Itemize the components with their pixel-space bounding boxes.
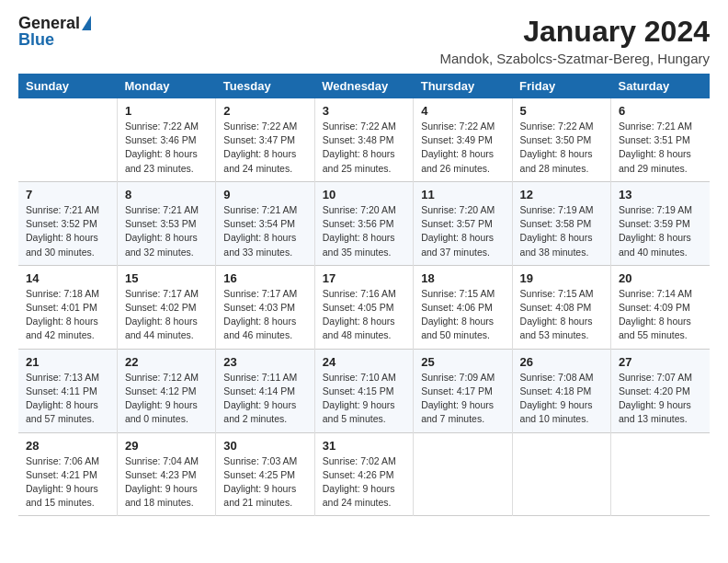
day-info: Sunrise: 7:22 AMSunset: 3:47 PMDaylight:… bbox=[223, 120, 306, 176]
day-number: 6 bbox=[619, 104, 702, 118]
day-number: 24 bbox=[323, 355, 405, 369]
day-number: 21 bbox=[26, 355, 109, 369]
header-saturday: Saturday bbox=[611, 74, 710, 98]
header-friday: Friday bbox=[512, 74, 610, 98]
day-number: 18 bbox=[421, 271, 504, 285]
day-number: 11 bbox=[421, 188, 504, 201]
calendar-cell: 28Sunrise: 7:06 AMSunset: 4:21 PMDayligh… bbox=[18, 432, 117, 516]
calendar-cell: 30Sunrise: 7:03 AMSunset: 4:25 PMDayligh… bbox=[216, 432, 314, 516]
day-info: Sunrise: 7:18 AMSunset: 4:01 PMDaylight:… bbox=[26, 287, 109, 343]
calendar-cell: 4Sunrise: 7:22 AMSunset: 3:49 PMDaylight… bbox=[414, 98, 512, 181]
day-number: 31 bbox=[323, 439, 405, 453]
day-number: 29 bbox=[125, 439, 208, 453]
calendar-cell: 18Sunrise: 7:15 AMSunset: 4:06 PMDayligh… bbox=[414, 265, 512, 349]
day-number: 19 bbox=[520, 271, 603, 285]
header-sunday: Sunday bbox=[18, 74, 117, 98]
day-number: 26 bbox=[520, 355, 603, 369]
calendar-cell: 27Sunrise: 7:07 AMSunset: 4:20 PMDayligh… bbox=[611, 349, 710, 432]
header-wednesday: Wednesday bbox=[314, 74, 413, 98]
calendar-cell: 31Sunrise: 7:02 AMSunset: 4:26 PMDayligh… bbox=[314, 432, 413, 516]
week-row-2: 7Sunrise: 7:21 AMSunset: 3:52 PMDaylight… bbox=[18, 181, 710, 265]
day-info: Sunrise: 7:16 AMSunset: 4:05 PMDaylight:… bbox=[323, 287, 405, 343]
day-number: 25 bbox=[421, 355, 504, 369]
calendar-cell: 3Sunrise: 7:22 AMSunset: 3:48 PMDaylight… bbox=[314, 98, 413, 181]
week-row-5: 28Sunrise: 7:06 AMSunset: 4:21 PMDayligh… bbox=[18, 432, 710, 516]
logo-blue: Blue bbox=[18, 31, 54, 48]
calendar-cell: 1Sunrise: 7:22 AMSunset: 3:46 PMDaylight… bbox=[117, 98, 215, 181]
header-tuesday: Tuesday bbox=[216, 74, 314, 98]
month-title: January 2024 bbox=[440, 15, 710, 49]
calendar-cell bbox=[611, 432, 710, 516]
week-row-3: 14Sunrise: 7:18 AMSunset: 4:01 PMDayligh… bbox=[18, 265, 710, 349]
day-info: Sunrise: 7:14 AMSunset: 4:09 PMDaylight:… bbox=[619, 287, 702, 343]
day-info: Sunrise: 7:15 AMSunset: 4:08 PMDaylight:… bbox=[520, 287, 603, 343]
calendar-cell: 8Sunrise: 7:21 AMSunset: 3:53 PMDaylight… bbox=[117, 181, 215, 265]
calendar-cell: 16Sunrise: 7:17 AMSunset: 4:03 PMDayligh… bbox=[216, 265, 314, 349]
calendar-cell: 24Sunrise: 7:10 AMSunset: 4:15 PMDayligh… bbox=[314, 349, 413, 432]
day-info: Sunrise: 7:02 AMSunset: 4:26 PMDaylight:… bbox=[323, 454, 405, 511]
day-number: 16 bbox=[223, 271, 306, 285]
day-number: 22 bbox=[125, 355, 208, 369]
calendar-cell: 9Sunrise: 7:21 AMSunset: 3:54 PMDaylight… bbox=[216, 181, 314, 265]
calendar-cell: 13Sunrise: 7:19 AMSunset: 3:59 PMDayligh… bbox=[611, 181, 710, 265]
day-info: Sunrise: 7:07 AMSunset: 4:20 PMDaylight:… bbox=[619, 371, 702, 427]
day-info: Sunrise: 7:20 AMSunset: 3:56 PMDaylight:… bbox=[323, 203, 405, 259]
calendar-cell: 14Sunrise: 7:18 AMSunset: 4:01 PMDayligh… bbox=[18, 265, 117, 349]
day-number: 1 bbox=[125, 104, 208, 118]
calendar-cell: 5Sunrise: 7:22 AMSunset: 3:50 PMDaylight… bbox=[512, 98, 610, 181]
day-info: Sunrise: 7:21 AMSunset: 3:53 PMDaylight:… bbox=[125, 203, 208, 259]
day-info: Sunrise: 7:03 AMSunset: 4:25 PMDaylight:… bbox=[223, 454, 306, 511]
day-number: 17 bbox=[323, 271, 405, 285]
day-info: Sunrise: 7:10 AMSunset: 4:15 PMDaylight:… bbox=[323, 371, 405, 427]
day-info: Sunrise: 7:19 AMSunset: 3:59 PMDaylight:… bbox=[619, 203, 702, 259]
calendar-cell: 11Sunrise: 7:20 AMSunset: 3:57 PMDayligh… bbox=[414, 181, 512, 265]
calendar-cell: 25Sunrise: 7:09 AMSunset: 4:17 PMDayligh… bbox=[414, 349, 512, 432]
day-info: Sunrise: 7:22 AMSunset: 3:49 PMDaylight:… bbox=[421, 120, 504, 176]
calendar-header-row: SundayMondayTuesdayWednesdayThursdayFrid… bbox=[18, 74, 710, 98]
day-number: 7 bbox=[26, 188, 109, 201]
day-number: 12 bbox=[520, 188, 603, 201]
day-number: 3 bbox=[323, 104, 405, 118]
header: General Blue January 2024 Mandok, Szabol… bbox=[18, 15, 710, 66]
day-info: Sunrise: 7:15 AMSunset: 4:06 PMDaylight:… bbox=[421, 287, 504, 343]
calendar-cell: 7Sunrise: 7:21 AMSunset: 3:52 PMDaylight… bbox=[18, 181, 117, 265]
calendar-cell bbox=[512, 432, 610, 516]
day-number: 2 bbox=[223, 104, 306, 118]
day-info: Sunrise: 7:17 AMSunset: 4:03 PMDaylight:… bbox=[223, 287, 306, 343]
day-number: 20 bbox=[619, 271, 702, 285]
day-number: 10 bbox=[323, 188, 405, 201]
calendar-cell: 2Sunrise: 7:22 AMSunset: 3:47 PMDaylight… bbox=[216, 98, 314, 181]
day-info: Sunrise: 7:21 AMSunset: 3:51 PMDaylight:… bbox=[619, 120, 702, 176]
day-info: Sunrise: 7:12 AMSunset: 4:12 PMDaylight:… bbox=[125, 371, 208, 427]
calendar-table: SundayMondayTuesdayWednesdayThursdayFrid… bbox=[18, 74, 710, 516]
header-thursday: Thursday bbox=[414, 74, 512, 98]
calendar-cell: 21Sunrise: 7:13 AMSunset: 4:11 PMDayligh… bbox=[18, 349, 117, 432]
calendar-cell: 19Sunrise: 7:15 AMSunset: 4:08 PMDayligh… bbox=[512, 265, 610, 349]
day-info: Sunrise: 7:06 AMSunset: 4:21 PMDaylight:… bbox=[26, 454, 109, 511]
day-number: 30 bbox=[223, 439, 306, 453]
day-number: 5 bbox=[520, 104, 603, 118]
calendar-cell: 12Sunrise: 7:19 AMSunset: 3:58 PMDayligh… bbox=[512, 181, 610, 265]
day-info: Sunrise: 7:13 AMSunset: 4:11 PMDaylight:… bbox=[26, 371, 109, 427]
logo-general: General bbox=[18, 15, 80, 31]
calendar-cell: 26Sunrise: 7:08 AMSunset: 4:18 PMDayligh… bbox=[512, 349, 610, 432]
day-number: 13 bbox=[619, 188, 702, 201]
day-info: Sunrise: 7:11 AMSunset: 4:14 PMDaylight:… bbox=[223, 371, 306, 427]
day-number: 14 bbox=[26, 271, 109, 285]
day-info: Sunrise: 7:21 AMSunset: 3:52 PMDaylight:… bbox=[26, 203, 109, 259]
calendar-cell: 29Sunrise: 7:04 AMSunset: 4:23 PMDayligh… bbox=[117, 432, 215, 516]
week-row-1: 1Sunrise: 7:22 AMSunset: 3:46 PMDaylight… bbox=[18, 98, 710, 181]
logo-triangle-icon bbox=[82, 16, 91, 30]
title-area: January 2024 Mandok, Szabolcs-Szatmar-Be… bbox=[440, 15, 710, 66]
day-info: Sunrise: 7:19 AMSunset: 3:58 PMDaylight:… bbox=[520, 203, 603, 259]
calendar-cell: 15Sunrise: 7:17 AMSunset: 4:02 PMDayligh… bbox=[117, 265, 215, 349]
header-monday: Monday bbox=[117, 74, 215, 98]
calendar-cell: 10Sunrise: 7:20 AMSunset: 3:56 PMDayligh… bbox=[314, 181, 413, 265]
day-number: 4 bbox=[421, 104, 504, 118]
day-number: 15 bbox=[125, 271, 208, 285]
day-number: 23 bbox=[223, 355, 306, 369]
day-info: Sunrise: 7:17 AMSunset: 4:02 PMDaylight:… bbox=[125, 287, 208, 343]
calendar-cell: 22Sunrise: 7:12 AMSunset: 4:12 PMDayligh… bbox=[117, 349, 215, 432]
day-number: 27 bbox=[619, 355, 702, 369]
calendar-cell: 6Sunrise: 7:21 AMSunset: 3:51 PMDaylight… bbox=[611, 98, 710, 181]
